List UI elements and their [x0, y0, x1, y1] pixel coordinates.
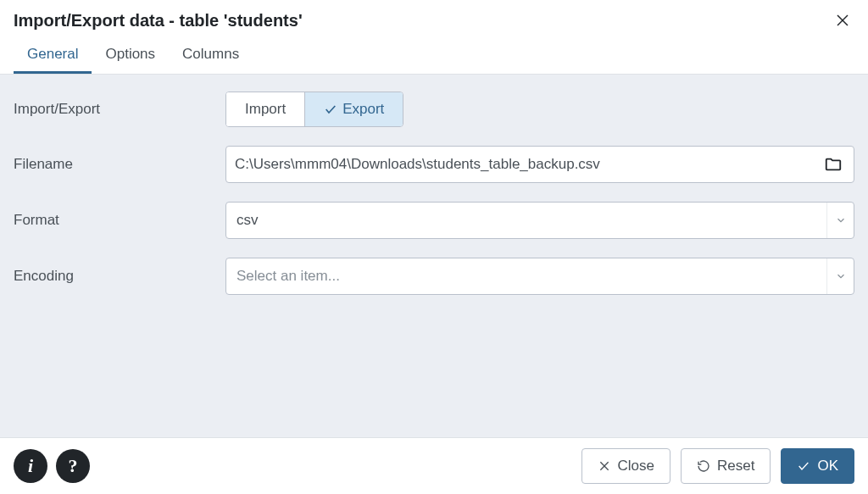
folder-icon[interactable]: [821, 153, 845, 176]
help-icon[interactable]: ?: [56, 449, 90, 483]
chevron-down-icon[interactable]: [826, 258, 854, 294]
format-label: Format: [14, 212, 225, 229]
reset-button-label: Reset: [717, 458, 754, 475]
close-icon[interactable]: [831, 8, 854, 32]
reset-icon: [697, 459, 710, 473]
filename-label: Filename: [14, 156, 225, 173]
ok-button-label: OK: [817, 458, 838, 475]
encoding-label: Encoding: [14, 268, 225, 285]
import-button[interactable]: Import: [226, 92, 304, 126]
encoding-select[interactable]: Select an item...: [225, 258, 854, 295]
dialog-title: Import/Export data - table 'students': [14, 11, 303, 31]
export-button[interactable]: Export: [304, 92, 403, 126]
import-button-label: Import: [245, 101, 286, 118]
format-value: csv: [226, 212, 826, 229]
tab-options[interactable]: Options: [92, 39, 169, 74]
close-button[interactable]: Close: [581, 448, 670, 484]
info-icon[interactable]: i: [14, 449, 47, 483]
format-select[interactable]: csv: [225, 202, 854, 239]
check-icon: [324, 103, 337, 116]
import-export-toggle: Import Export: [225, 92, 403, 127]
reset-button[interactable]: Reset: [681, 448, 771, 484]
x-icon: [598, 459, 611, 473]
close-button-label: Close: [618, 458, 654, 475]
tab-general[interactable]: General: [14, 39, 92, 74]
tab-columns[interactable]: Columns: [169, 39, 253, 74]
export-button-label: Export: [342, 101, 384, 118]
chevron-down-icon[interactable]: [826, 203, 854, 238]
import-export-label: Import/Export: [14, 101, 225, 118]
check-icon: [797, 459, 810, 473]
ok-button[interactable]: OK: [781, 448, 854, 484]
filename-input[interactable]: [235, 156, 821, 173]
encoding-placeholder: Select an item...: [226, 268, 826, 285]
